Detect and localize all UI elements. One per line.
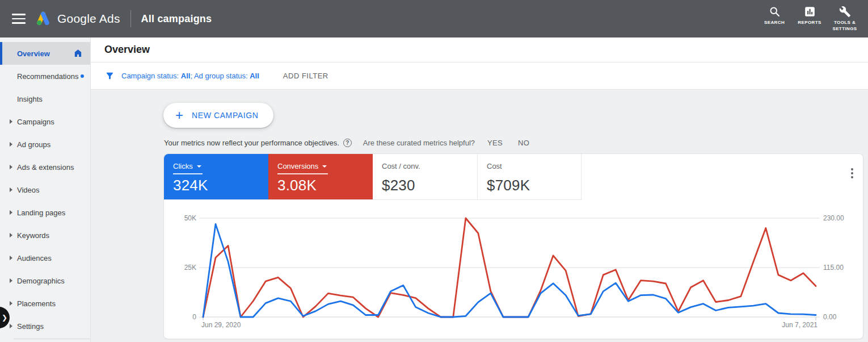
top-app-bar: Google Ads All campaigns SEARCH REPORTS: [0, 0, 868, 37]
metrics-notice: Your metrics now reflect your performanc…: [164, 139, 529, 147]
x-axis-start-label: Jun 29, 2020: [201, 320, 241, 330]
sidebar-item-label: Settings: [17, 322, 44, 331]
sidebar-item-label: Landing pages: [17, 208, 65, 217]
reports-button[interactable]: REPORTS: [793, 6, 826, 26]
y-axis-tick-right: 0.00: [823, 312, 836, 322]
header-page-title: All campaigns: [141, 13, 212, 25]
sidebar-item-ads-extensions[interactable]: Ads & extensions: [0, 156, 90, 178]
scorecard-cost: Cost $709K: [477, 154, 582, 199]
sidebar-item-label: Audiences: [17, 254, 52, 262]
header-divider: [130, 10, 131, 27]
sidebar-item-label: Ad groups: [17, 140, 50, 149]
wrench-icon: [839, 6, 851, 18]
expand-caret-icon: [10, 324, 12, 328]
sidebar-item-label: Campaigns: [17, 118, 54, 126]
overflow-menu-icon: [851, 168, 853, 170]
sidebar-item-ad-groups[interactable]: Ad groups: [0, 133, 90, 156]
performance-card: Clicks 324K Conversions 3.08K: [163, 153, 863, 339]
x-axis-end-label: Jun 7, 2021: [754, 320, 818, 330]
tools-settings-label: TOOLS & SETTINGS: [828, 20, 861, 32]
search-icon: [769, 6, 781, 18]
scorecard-cost-per-conv: Cost / conv. $230: [373, 154, 477, 199]
help-icon[interactable]: ?: [343, 139, 352, 147]
scorecard-clicks[interactable]: Clicks 324K: [164, 154, 268, 199]
chevron-right-icon: ❯: [2, 314, 7, 322]
notification-dot: [81, 74, 84, 78]
y-axis-tick-left: 25K: [172, 263, 196, 272]
scorecard-label: Cost / conv.: [382, 162, 420, 170]
filter-summary: Campaign status: All; Ad group status: A…: [121, 72, 259, 80]
chevron-down-icon: [322, 165, 327, 168]
expand-caret-icon: [10, 278, 12, 283]
scorecard-value: $230: [382, 178, 468, 193]
scorecard-value: $709K: [487, 178, 572, 193]
sidebar-item-label: Placements: [17, 299, 56, 308]
new-campaign-button[interactable]: + NEW CAMPAIGN: [163, 103, 273, 128]
product-name: Google Ads: [57, 12, 120, 26]
metrics-feedback-question: Are these curated metrics helpful?: [363, 139, 475, 147]
header-actions: SEARCH REPORTS TOOLS & SETTINGS: [756, 6, 868, 32]
expand-caret-icon: [10, 301, 12, 306]
hamburger-menu-icon[interactable]: [12, 11, 26, 27]
sidebar-item-overview[interactable]: Overview: [0, 42, 90, 65]
expand-caret-icon: [10, 233, 12, 237]
chevron-down-icon: [197, 165, 201, 168]
y-axis-tick-right: 230.00: [823, 214, 844, 223]
search-label: SEARCH: [764, 20, 785, 26]
sidebar-item-recommendations[interactable]: Recommendations: [0, 65, 90, 87]
google-ads-logo: [34, 10, 52, 27]
search-button[interactable]: SEARCH: [758, 6, 791, 26]
expand-caret-icon: [10, 187, 12, 192]
feedback-yes-button[interactable]: YES: [487, 139, 503, 147]
sidebar-item-keywords[interactable]: Keywords: [0, 224, 90, 247]
google-ads-app: Google Ads All campaigns SEARCH REPORTS: [0, 0, 868, 342]
sidebar-item-label: Demographics: [17, 277, 65, 285]
expand-caret-icon: [10, 256, 12, 260]
sidebar-divider: [14, 339, 90, 339]
scorecard-conversions[interactable]: Conversions 3.08K: [268, 154, 373, 199]
expand-caret-icon: [10, 210, 12, 215]
expand-caret-icon: [10, 119, 12, 124]
sidebar-item-landing-pages[interactable]: Landing pages: [0, 201, 90, 224]
sidebar-item-settings[interactable]: Settings: [0, 315, 90, 337]
scorecard-value: 3.08K: [277, 178, 364, 193]
tools-settings-button[interactable]: TOOLS & SETTINGS: [828, 6, 861, 32]
sidebar-item-campaigns[interactable]: Campaigns: [0, 110, 90, 133]
sidebar-item-label: Ads & extensions: [17, 163, 74, 172]
overview-content: + NEW CAMPAIGN Your metrics now reflect …: [91, 90, 868, 341]
sidebar: Overview Recommendations Insights Campai…: [0, 37, 91, 342]
scorecard-label: Clicks: [173, 162, 193, 170]
sidebar-item-placements[interactable]: Placements: [0, 292, 90, 315]
sidebar-item-label: Recommendations: [17, 72, 78, 81]
scorecard-row: Clicks 324K Conversions 3.08K: [164, 154, 582, 200]
filter-bar: Campaign status: All; Ad group status: A…: [91, 62, 868, 90]
y-axis-tick-right: 115.00: [823, 263, 844, 272]
sidebar-item-insights[interactable]: Insights: [0, 87, 90, 110]
reports-icon: [804, 6, 816, 18]
reports-label: REPORTS: [798, 20, 821, 26]
scorecard-value: 324K: [173, 178, 259, 193]
page-title-bar: Overview: [91, 37, 868, 62]
new-campaign-label: NEW CAMPAIGN: [192, 111, 258, 120]
status-filter-chip[interactable]: Campaign status: All; Ad group status: A…: [105, 71, 259, 81]
sidebar-item-videos[interactable]: Videos: [0, 178, 90, 201]
y-axis-tick-left: 0: [172, 312, 196, 322]
y-axis-tick-left: 50K: [172, 214, 196, 223]
page-title: Overview: [104, 44, 150, 56]
expand-caret-icon: [10, 165, 12, 169]
scorecard-label: Conversions: [277, 162, 318, 170]
sidebar-item-label: Keywords: [17, 231, 49, 240]
sidebar-item-demographics[interactable]: Demographics: [0, 269, 90, 292]
sidebar-item-label: Overview: [17, 49, 50, 58]
filter-funnel-icon: [105, 71, 115, 81]
plus-icon: +: [175, 109, 183, 122]
sidebar-item-label: Insights: [17, 95, 43, 103]
card-overflow-menu-button[interactable]: [849, 166, 855, 180]
main-content: Overview Campaign status: All; Ad group …: [91, 37, 868, 342]
conversions-line: [203, 218, 816, 317]
feedback-no-button[interactable]: NO: [518, 139, 529, 147]
scorecard-label: Cost: [487, 162, 502, 170]
add-filter-button[interactable]: ADD FILTER: [283, 72, 328, 80]
sidebar-item-audiences[interactable]: Audiences: [0, 247, 90, 269]
clicks-line: [203, 224, 816, 317]
